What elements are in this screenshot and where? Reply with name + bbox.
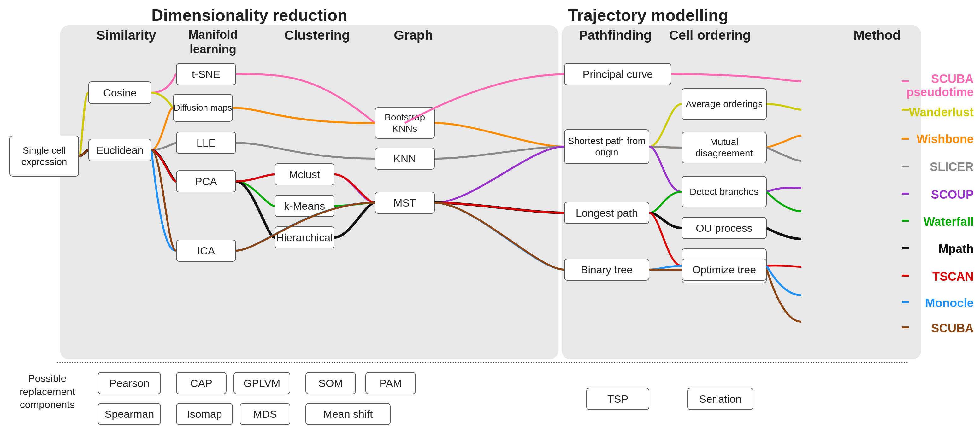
method-mpath: Mpath (939, 242, 974, 256)
col-similarity: Similarity (92, 28, 161, 43)
node-ou-process: OU process (681, 217, 767, 239)
node-average-orderings: Average orderings (681, 88, 767, 120)
node-hierarchical: Hierarchical (275, 226, 334, 248)
node-detect-branches: Detect branches (681, 176, 767, 208)
method-waterfall: Waterfall (924, 215, 974, 229)
node-som: SOM (305, 372, 356, 394)
node-longest-path: Longest path (564, 202, 649, 224)
col-graph: Graph (385, 28, 442, 43)
method-tscan: TSCAN (932, 270, 974, 283)
node-mds: MDS (240, 403, 290, 425)
col-clustering: Clustering (281, 28, 353, 43)
method-scoup: SCOUP (931, 188, 974, 202)
node-mutual-disagreement: Mutual disagreement (681, 132, 767, 164)
method-wanderlust: Wanderlust (909, 106, 974, 119)
node-shortest-path: Shortest path from origin (564, 129, 649, 164)
dotted-separator (57, 362, 909, 363)
col-cell-ordering: Cell ordering (669, 28, 751, 43)
node-single-cell: Single cell expression (10, 136, 79, 176)
node-tsne: t-SNE (176, 63, 236, 85)
node-knn: KNN (375, 148, 435, 170)
node-lle: LLE (176, 132, 236, 154)
method-wishbone: Wishbone (916, 132, 974, 146)
node-cosine: Cosine (88, 81, 151, 104)
node-diffusion-maps: Diffusion maps (173, 94, 233, 122)
node-optimize-tree: Optimize tree (681, 259, 767, 281)
node-pearson: Pearson (98, 372, 161, 394)
node-gplvm: GPLVM (234, 372, 290, 394)
node-spearman: Spearman (98, 403, 161, 425)
node-mst: MST (375, 192, 435, 214)
node-seriation: Seriation (687, 388, 754, 410)
traj-modelling-title: Trajectory modelling (568, 6, 729, 25)
replacement-label: Possiblereplacementcomponents (10, 372, 85, 411)
node-principal-curve: Principal curve (564, 63, 671, 85)
node-mean-shift: Mean shift (305, 403, 391, 425)
node-isomap: Isomap (176, 403, 233, 425)
dim-reduction-bg (60, 25, 558, 359)
method-scuba: SCUBA (931, 322, 974, 335)
node-pam: PAM (365, 372, 416, 394)
node-mclust: Mclust (275, 164, 334, 186)
method-slicer: SLICER (930, 160, 974, 174)
dim-reduction-title: Dimensionality reduction (151, 6, 347, 25)
col-method: Method (846, 28, 909, 43)
method-scuba-pseudo: SCUBApseudotime (907, 73, 974, 99)
node-kmeans: k-Means (275, 195, 334, 217)
col-manifold: Manifoldlearning (177, 28, 249, 56)
node-ica: ICA (176, 240, 236, 262)
node-bootstrap-knns: Bootstrap KNNs (375, 107, 435, 139)
node-pca: PCA (176, 170, 236, 192)
node-cap: CAP (176, 372, 226, 394)
col-pathfinding: Pathfinding (574, 28, 656, 43)
node-euclidean: Euclidean (88, 139, 151, 162)
node-tsp: TSP (586, 388, 649, 410)
node-binary-tree: Binary tree (564, 259, 649, 281)
method-monocle: Monocle (925, 296, 974, 310)
main-container: Dimensionality reduction Trajectory mode… (0, 0, 980, 432)
